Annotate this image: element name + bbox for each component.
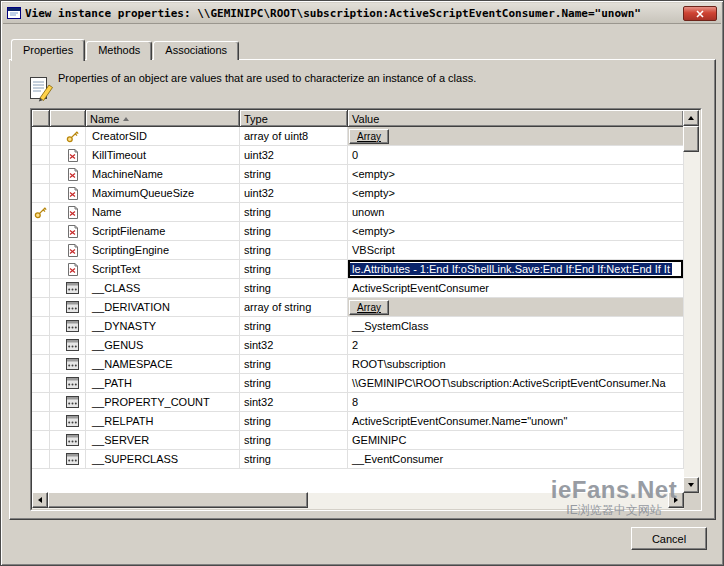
row-selector[interactable] bbox=[32, 431, 50, 450]
table-row[interactable]: KillTimeoutuint320 bbox=[32, 146, 684, 165]
table-row[interactable]: ScriptTextstringle.Attributes - 1:End If… bbox=[32, 260, 684, 279]
property-name[interactable]: KillTimeout bbox=[86, 146, 240, 165]
property-name[interactable]: __SERVER bbox=[86, 431, 240, 450]
value-cell[interactable]: 2 bbox=[348, 336, 684, 355]
property-name[interactable]: ScriptText bbox=[86, 260, 240, 279]
row-selector[interactable] bbox=[32, 260, 50, 279]
property-name[interactable]: __PATH bbox=[86, 374, 240, 393]
property-name[interactable]: __CLASS bbox=[86, 279, 240, 298]
property-type[interactable]: string bbox=[240, 222, 348, 241]
property-name[interactable]: __DYNASTY bbox=[86, 317, 240, 336]
property-type[interactable]: string bbox=[240, 412, 348, 431]
property-name[interactable]: __GENUS bbox=[86, 336, 240, 355]
row-selector[interactable] bbox=[32, 241, 50, 260]
property-name[interactable]: ScriptingEngine bbox=[86, 241, 240, 260]
property-type[interactable]: sint32 bbox=[240, 336, 348, 355]
property-name[interactable]: __PROPERTY_COUNT bbox=[86, 393, 240, 412]
property-type[interactable]: array of string bbox=[240, 298, 348, 317]
table-row[interactable]: __DYNASTYstring__SystemClass bbox=[32, 317, 684, 336]
table-row[interactable]: CreatorSIDarray of uint8Array bbox=[32, 127, 684, 146]
tab-associations[interactable]: Associations bbox=[153, 41, 239, 60]
close-button[interactable] bbox=[683, 6, 717, 21]
titlebar[interactable]: View instance properties: \\GEMINIPC\ROO… bbox=[3, 3, 721, 24]
row-selector[interactable] bbox=[32, 450, 50, 469]
value-cell[interactable]: <empty> bbox=[348, 165, 684, 184]
row-selector[interactable] bbox=[32, 336, 50, 355]
property-name[interactable]: Name bbox=[86, 203, 240, 222]
vertical-scrollbar[interactable] bbox=[684, 110, 700, 493]
scroll-up-button[interactable] bbox=[683, 110, 699, 126]
row-selector[interactable] bbox=[32, 317, 50, 336]
table-row[interactable]: MaximumQueueSizeuint32<empty> bbox=[32, 184, 684, 203]
value-cell[interactable]: ActiveScriptEventConsumer.Name="unown" bbox=[348, 412, 684, 431]
property-type[interactable]: array of uint8 bbox=[240, 127, 348, 146]
value-cell[interactable]: <empty> bbox=[348, 184, 684, 203]
row-selector[interactable] bbox=[32, 165, 50, 184]
table-row[interactable]: ScriptingEnginestringVBScript bbox=[32, 241, 684, 260]
header-icon-column[interactable] bbox=[50, 110, 86, 127]
property-type[interactable]: string bbox=[240, 203, 348, 222]
value-cell[interactable]: GEMINIPC bbox=[348, 431, 684, 450]
property-name[interactable]: __DERIVATION bbox=[86, 298, 240, 317]
table-row[interactable]: __CLASSstringActiveScriptEventConsumer bbox=[32, 279, 684, 298]
row-selector[interactable] bbox=[32, 355, 50, 374]
header-type[interactable]: Type bbox=[240, 110, 348, 127]
property-name[interactable]: __SUPERCLASS bbox=[86, 450, 240, 469]
row-selector[interactable] bbox=[32, 279, 50, 298]
property-type[interactable]: string bbox=[240, 431, 348, 450]
scroll-down-button[interactable] bbox=[683, 477, 699, 493]
property-type[interactable]: sint32 bbox=[240, 393, 348, 412]
value-edit-input[interactable]: le.Attributes - 1:End If:oShellLink.Save… bbox=[348, 260, 683, 278]
horizontal-scroll-thumb[interactable] bbox=[48, 492, 308, 508]
table-row[interactable]: __SUPERCLASSstring__EventConsumer bbox=[32, 450, 684, 469]
property-type[interactable]: string bbox=[240, 241, 348, 260]
row-selector[interactable] bbox=[32, 393, 50, 412]
table-row[interactable]: Namestringunown bbox=[32, 203, 684, 222]
tab-methods[interactable]: Methods bbox=[86, 41, 152, 60]
property-type[interactable]: uint32 bbox=[240, 146, 348, 165]
header-selector-column[interactable] bbox=[32, 110, 50, 127]
row-selector[interactable] bbox=[32, 184, 50, 203]
scroll-right-button[interactable] bbox=[668, 492, 684, 508]
property-type[interactable]: string bbox=[240, 260, 348, 279]
row-selector[interactable] bbox=[32, 146, 50, 165]
scroll-left-button[interactable] bbox=[32, 492, 48, 508]
array-button[interactable]: Array bbox=[349, 129, 389, 144]
table-row[interactable]: __RELPATHstringActiveScriptEventConsumer… bbox=[32, 412, 684, 431]
value-cell[interactable]: __SystemClass bbox=[348, 317, 684, 336]
horizontal-scrollbar[interactable] bbox=[32, 493, 684, 509]
property-type[interactable]: string bbox=[240, 450, 348, 469]
value-cell[interactable]: \\GEMINIPC\ROOT\subscription:ActiveScrip… bbox=[348, 374, 684, 393]
vertical-scroll-thumb[interactable] bbox=[683, 126, 699, 152]
value-cell[interactable]: 0 bbox=[348, 146, 684, 165]
property-name[interactable]: CreatorSID bbox=[86, 127, 240, 146]
header-name[interactable]: Name bbox=[86, 110, 240, 127]
header-value[interactable]: Value bbox=[348, 110, 684, 127]
table-row[interactable]: __NAMESPACEstringROOT\subscription bbox=[32, 355, 684, 374]
table-row[interactable]: __DERIVATIONarray of stringArray bbox=[32, 298, 684, 317]
value-cell[interactable]: 8 bbox=[348, 393, 684, 412]
property-type[interactable]: string bbox=[240, 279, 348, 298]
tab-properties[interactable]: Properties bbox=[11, 39, 85, 61]
array-button[interactable]: Array bbox=[349, 300, 389, 315]
row-selector[interactable] bbox=[32, 298, 50, 317]
property-type[interactable]: string bbox=[240, 355, 348, 374]
value-cell[interactable]: __EventConsumer bbox=[348, 450, 684, 469]
property-type[interactable]: string bbox=[240, 317, 348, 336]
value-cell[interactable]: ActiveScriptEventConsumer bbox=[348, 279, 684, 298]
cancel-button[interactable]: Cancel bbox=[631, 527, 707, 550]
property-name[interactable]: MaximumQueueSize bbox=[86, 184, 240, 203]
property-type[interactable]: uint32 bbox=[240, 184, 348, 203]
property-name[interactable]: __RELPATH bbox=[86, 412, 240, 431]
property-type[interactable]: string bbox=[240, 165, 348, 184]
value-cell[interactable]: ROOT\subscription bbox=[348, 355, 684, 374]
table-row[interactable]: __PATHstring\\GEMINIPC\ROOT\subscription… bbox=[32, 374, 684, 393]
table-row[interactable]: __SERVERstringGEMINIPC bbox=[32, 431, 684, 450]
row-selector[interactable] bbox=[32, 412, 50, 431]
row-selector[interactable] bbox=[32, 203, 50, 222]
row-selector[interactable] bbox=[32, 374, 50, 393]
row-selector[interactable] bbox=[32, 222, 50, 241]
row-selector[interactable] bbox=[32, 127, 50, 146]
property-name[interactable]: __NAMESPACE bbox=[86, 355, 240, 374]
value-cell[interactable]: VBScript bbox=[348, 241, 684, 260]
